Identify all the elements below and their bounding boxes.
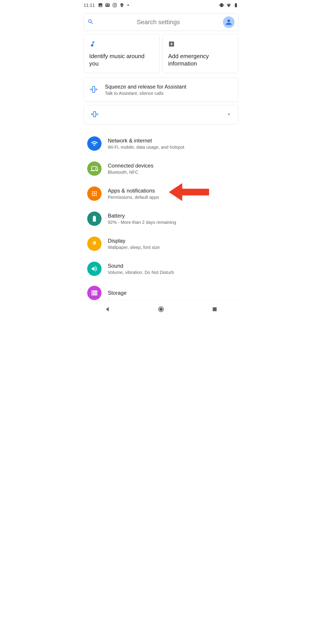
setting-battery-title: Battery [108, 213, 176, 219]
svg-rect-7 [96, 89, 97, 90]
card-emergency-text: Add emergency information [168, 52, 234, 67]
card-music-text: Identify music around you [89, 52, 155, 67]
setting-display[interactable]: Display Wallpaper, sleep, font size [80, 231, 242, 256]
more-notifications-icon [128, 4, 129, 6]
status-clock: 11:11 [84, 3, 95, 8]
setting-network[interactable]: Network & internet Wi-Fi, mobile, data u… [80, 131, 242, 156]
svg-rect-11 [96, 113, 97, 116]
setting-sound[interactable]: Sound Volume, vibration, Do Not Disturb [80, 256, 242, 281]
photos-icon [98, 3, 103, 8]
setting-display-sub: Wallpaper, sleep, font size [108, 245, 160, 250]
settings-list: Network & internet Wi-Fi, mobile, data u… [80, 131, 242, 300]
svg-point-16 [92, 193, 93, 194]
svg-rect-9 [92, 113, 92, 116]
setting-storage-title: Storage [108, 290, 126, 296]
wifi-icon [87, 136, 102, 151]
svg-marker-22 [169, 183, 209, 201]
svg-point-17 [94, 193, 95, 194]
nav-back-button[interactable] [103, 305, 112, 314]
battery-status-icon [234, 3, 238, 8]
setting-connected-devices[interactable]: Connected devices Bluetooth, NFC [80, 156, 242, 181]
svg-point-24 [160, 308, 163, 311]
svg-point-15 [96, 191, 96, 192]
svg-rect-25 [213, 307, 217, 311]
setting-sound-title: Sound [108, 263, 174, 269]
nav-home-button[interactable] [156, 305, 166, 314]
print-icon [120, 3, 124, 8]
svg-point-1 [114, 4, 116, 6]
setting-apps-title: Apps & notifications [108, 188, 159, 194]
chevron-down-icon [226, 111, 232, 118]
svg-rect-12 [98, 114, 98, 115]
setting-apps-notifications[interactable]: Apps & notifications Permissions, defaul… [80, 181, 242, 206]
svg-rect-5 [90, 89, 91, 90]
medical-plus-icon [168, 39, 234, 49]
storage-icon [87, 286, 102, 300]
assistant-card-subtitle: Talk to Assistant, silence calls [105, 91, 186, 96]
setting-battery[interactable]: Battery 92% - More than 2 days remaining [80, 206, 242, 231]
assistant-card-title: Squeeze and release for Assistant [105, 84, 186, 90]
setting-devices-sub: Bluetooth, NFC [108, 170, 154, 175]
display-icon [87, 236, 102, 251]
battery-icon [87, 212, 102, 226]
setting-network-title: Network & internet [108, 138, 184, 144]
svg-rect-6 [96, 88, 96, 90]
navigation-bar [80, 300, 242, 318]
sound-icon [87, 262, 102, 276]
setting-devices-title: Connected devices [108, 162, 154, 169]
voicemail-icon [105, 3, 110, 8]
profile-avatar[interactable] [223, 16, 234, 28]
music-note-icon [89, 39, 155, 49]
search-placeholder: Search settings [94, 18, 223, 26]
nav-recent-button[interactable] [210, 305, 219, 314]
squeeze-phone-icon [89, 85, 98, 95]
svg-point-13 [92, 191, 93, 192]
apps-icon [87, 186, 102, 201]
search-icon [88, 18, 94, 26]
svg-rect-8 [94, 112, 96, 117]
setting-battery-sub: 92% - More than 2 days remaining [108, 220, 176, 225]
setting-apps-sub: Permissions, default apps [108, 195, 159, 200]
setting-sound-sub: Volume, vibration, Do Not Disturb [108, 270, 174, 275]
vibrate-icon [90, 110, 99, 120]
instagram-icon [112, 3, 117, 8]
search-bar[interactable]: Search settings [84, 14, 238, 31]
setting-display-title: Display [108, 238, 160, 244]
svg-point-21 [96, 195, 96, 196]
card-emergency-info[interactable]: Add emergency information [162, 34, 238, 73]
setting-network-sub: Wi-Fi, mobile, data usage, and hotspot [108, 145, 184, 150]
svg-point-2 [116, 4, 116, 4]
svg-rect-10 [91, 114, 92, 115]
devices-icon [87, 162, 102, 176]
svg-rect-4 [91, 88, 92, 90]
card-vibrate-expand[interactable] [84, 105, 238, 124]
svg-point-19 [92, 195, 93, 196]
card-identify-music[interactable]: Identify music around you [84, 34, 160, 73]
svg-point-20 [94, 195, 95, 196]
vibrate-status-icon [219, 3, 224, 8]
annotation-arrow [169, 182, 209, 203]
svg-point-14 [94, 191, 95, 192]
setting-storage[interactable]: Storage [80, 281, 242, 300]
card-squeeze-assistant[interactable]: Squeeze and release for Assistant Talk t… [84, 78, 238, 102]
wifi-status-icon [226, 3, 231, 8]
svg-point-18 [96, 193, 96, 194]
svg-rect-3 [92, 86, 95, 92]
status-bar: 11:11 [80, 0, 242, 10]
